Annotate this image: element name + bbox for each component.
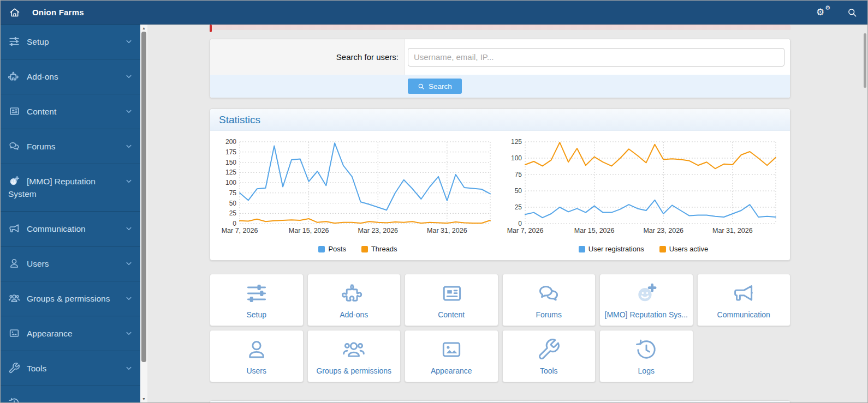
legend-item: Threads [361, 245, 397, 253]
shortcut-card-label: Groups & permissions [316, 366, 391, 375]
sliders-icon [8, 35, 20, 47]
shortcut-card-users[interactable]: Users [210, 330, 304, 382]
search-icon[interactable] [847, 7, 858, 18]
sidebar-item-setup[interactable]: Setup [1, 25, 140, 59]
svg-text:Mar 23, 2026: Mar 23, 2026 [643, 227, 683, 234]
sidebar-item-groups-permissions[interactable]: Groups & permissions [1, 281, 140, 316]
sidebar-item-label: Content [27, 107, 56, 116]
sidebar-item-content[interactable]: Content [1, 94, 140, 129]
chevron-down-icon [124, 258, 134, 268]
user-icon [8, 257, 20, 269]
history-icon [8, 397, 20, 402]
svg-text:125: 125 [511, 138, 522, 146]
legend-item: User registrations [579, 245, 644, 253]
wrench-icon [8, 362, 20, 374]
sidebar-item-communication[interactable]: Communication [1, 212, 140, 246]
sidebar-item-add-ons[interactable]: Add-ons [1, 59, 140, 94]
svg-text:50: 50 [229, 200, 237, 207]
search-for-users-label: Search for users: [336, 52, 399, 62]
scroll-up-arrow-icon[interactable]: ▲ [140, 26, 147, 30]
user-search-panel: Search for users: Search [210, 39, 790, 98]
newspaper-icon [8, 105, 20, 117]
svg-text:25: 25 [229, 209, 237, 217]
sidebar-item-label: Tools [27, 364, 46, 373]
shortcut-card-label: Communication [717, 310, 770, 319]
shortcut-card-groups-permissions[interactable]: Groups & permissions [307, 330, 401, 382]
users-icon [342, 338, 366, 362]
svg-text:100: 100 [511, 154, 522, 162]
legend-swatch [579, 246, 585, 252]
main-content: Search for users: Search Statistics 0255… [147, 25, 867, 402]
app-title: Onion Farms [32, 8, 84, 17]
smiley-plus-icon [8, 175, 20, 187]
sidebar-item-history[interactable] [1, 386, 140, 402]
svg-text:100: 100 [225, 179, 236, 187]
shortcut-card-label: Content [438, 310, 465, 319]
admin-window: Onion Farms ⚙⚙ SetupAdd-onsContentForums… [0, 0, 868, 403]
sidebar-item-label: [MMO] Reputation System [8, 177, 96, 199]
chart-legend: User registrationsUsers active [503, 243, 783, 258]
statistics-charts: 0255075100125150175200Mar 7, 2026Mar 15,… [210, 131, 790, 260]
shortcut-card-label: Logs [638, 366, 655, 375]
chevron-down-icon [124, 224, 134, 233]
statistics-panel: Statistics 0255075100125150175200Mar 7, … [210, 109, 790, 261]
legend-swatch [659, 246, 666, 252]
sidebar-item-label: Forums [27, 142, 56, 151]
topbar: Onion Farms ⚙⚙ [1, 1, 867, 25]
partial-panel [210, 400, 790, 402]
chevron-down-icon [124, 363, 134, 373]
chevron-down-icon [124, 71, 134, 81]
comments-icon [8, 140, 20, 152]
puzzle-icon [8, 70, 20, 82]
image-icon [8, 327, 20, 339]
shortcut-card-add-ons[interactable]: Add-ons [307, 274, 401, 326]
smiley-plus-icon [634, 281, 658, 305]
sidebar-item-tools[interactable]: Tools [1, 351, 140, 386]
chart-legend: PostsThreads [218, 243, 498, 258]
megaphone-icon [8, 222, 20, 234]
shortcut-card-mmo-reputation-sys[interactable]: [MMO] Reputation Sys... [599, 274, 693, 326]
shortcut-card-forums[interactable]: Forums [502, 274, 596, 326]
history-icon [634, 338, 658, 362]
svg-text:Mar 31, 2026: Mar 31, 2026 [427, 227, 467, 234]
users-icon [8, 292, 20, 304]
search-button[interactable]: Search [408, 79, 462, 94]
shortcut-card-setup[interactable]: Setup [210, 274, 304, 326]
user-search-input[interactable] [408, 48, 784, 67]
partial-panel-header [210, 401, 790, 402]
alert-partial [210, 25, 790, 30]
shortcut-card-tools[interactable]: Tools [502, 330, 596, 382]
sidebar-item-appearance[interactable]: Appearance [1, 316, 140, 351]
sidebar-item-label: Add-ons [27, 72, 58, 81]
shortcut-card-label: Add-ons [340, 310, 368, 319]
search-icon [418, 83, 425, 90]
sidebar-item-mmo-reputation-system[interactable]: [MMO] Reputation System [1, 164, 140, 212]
window-scrollbar[interactable] [864, 33, 866, 88]
svg-text:Mar 31, 2026: Mar 31, 2026 [712, 227, 753, 234]
svg-text:25: 25 [515, 203, 522, 211]
sidebar-scrollbar-thumb[interactable] [141, 32, 146, 362]
sidebar-item-forums[interactable]: Forums [1, 129, 140, 164]
sidebar-scrollbar[interactable]: ▲ ▼ [140, 25, 147, 402]
sidebar-item-users[interactable]: Users [1, 246, 140, 281]
user-icon [245, 338, 269, 362]
shortcut-card-appearance[interactable]: Appearance [405, 330, 498, 382]
image-icon [439, 338, 463, 362]
legend-swatch [318, 246, 325, 252]
settings-gears-icon[interactable]: ⚙⚙ [816, 6, 830, 19]
home-icon[interactable] [9, 7, 21, 19]
shortcut-card-content[interactable]: Content [405, 274, 498, 326]
line-chart-user-registrations: 0255075100125Mar 7, 2026Mar 15, 2026Mar … [503, 134, 783, 258]
shortcut-grid: SetupAdd-onsContentForums[MMO] Reputatio… [210, 274, 790, 382]
alert-red-bar [210, 25, 212, 32]
scroll-down-arrow-icon[interactable]: ▼ [140, 397, 147, 401]
chevron-down-icon [124, 176, 134, 186]
chevron-down-icon [124, 37, 134, 46]
svg-text:175: 175 [225, 148, 236, 156]
svg-text:50: 50 [515, 187, 522, 195]
shortcut-card-communication[interactable]: Communication [697, 274, 791, 326]
shortcut-card-label: Setup [246, 310, 266, 319]
sidebar: SetupAdd-onsContentForums[MMO] Reputatio… [1, 25, 140, 402]
shortcut-card-logs[interactable]: Logs [599, 330, 693, 382]
chevron-down-icon [124, 141, 134, 151]
